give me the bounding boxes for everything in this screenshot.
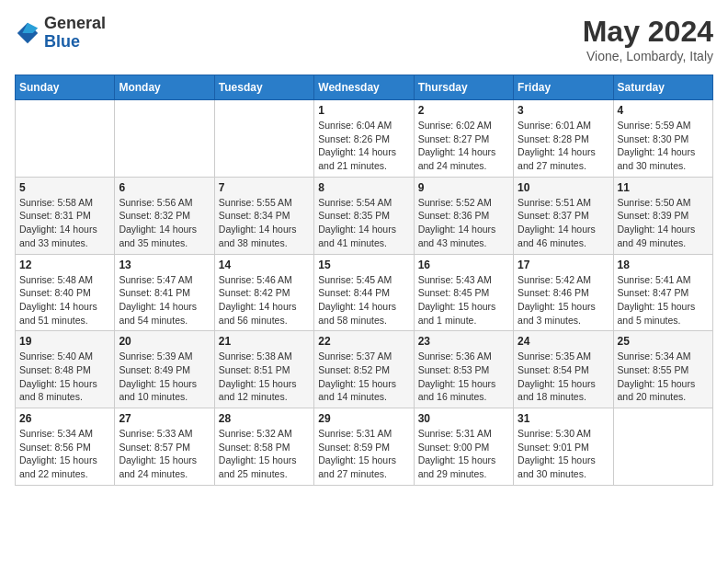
day-number: 26 [19, 412, 110, 425]
day-info: Sunrise: 5:40 AM Sunset: 8:48 PM Dayligh… [19, 350, 110, 404]
day-info: Sunrise: 5:54 AM Sunset: 8:35 PM Dayligh… [318, 196, 409, 250]
day-info: Sunrise: 5:50 AM Sunset: 8:39 PM Dayligh… [618, 196, 709, 250]
calendar-cell: 9Sunrise: 5:52 AM Sunset: 8:36 PM Daylig… [414, 177, 513, 254]
day-number: 10 [518, 181, 609, 194]
day-number: 21 [219, 335, 310, 348]
day-number: 4 [618, 104, 709, 117]
logo: General Blue [15, 15, 106, 52]
calendar-cell: 22Sunrise: 5:37 AM Sunset: 8:52 PM Dayli… [314, 331, 414, 408]
calendar-cell: 1Sunrise: 6:04 AM Sunset: 8:26 PM Daylig… [314, 100, 414, 178]
day-info: Sunrise: 5:36 AM Sunset: 8:53 PM Dayligh… [418, 350, 509, 404]
day-info: Sunrise: 5:39 AM Sunset: 8:49 PM Dayligh… [119, 350, 210, 404]
month-title: May 2024 [583, 15, 713, 49]
day-number: 13 [119, 259, 210, 271]
page-header: General Blue May 2024 Vione, Lombardy, I… [15, 15, 713, 63]
day-number: 28 [219, 412, 310, 425]
day-info: Sunrise: 5:31 AM Sunset: 8:59 PM Dayligh… [318, 427, 409, 481]
calendar-cell: 21Sunrise: 5:38 AM Sunset: 8:51 PM Dayli… [214, 331, 313, 408]
day-number: 20 [119, 335, 210, 348]
calendar: SundayMondayTuesdayWednesdayThursdayFrid… [15, 75, 713, 486]
day-number: 8 [318, 181, 409, 194]
day-of-week-header: Sunday [16, 75, 115, 100]
day-number: 23 [418, 335, 509, 348]
calendar-cell: 2Sunrise: 6:02 AM Sunset: 8:27 PM Daylig… [414, 100, 513, 178]
day-number: 18 [618, 259, 709, 271]
day-number: 19 [19, 335, 110, 348]
day-info: Sunrise: 6:01 AM Sunset: 8:28 PM Dayligh… [518, 119, 609, 173]
day-number: 16 [418, 259, 509, 271]
day-info: Sunrise: 5:33 AM Sunset: 8:57 PM Dayligh… [119, 427, 210, 481]
calendar-cell: 5Sunrise: 5:58 AM Sunset: 8:31 PM Daylig… [16, 177, 115, 254]
title-block: May 2024 Vione, Lombardy, Italy [583, 15, 713, 63]
logo-blue: Blue [44, 32, 80, 51]
day-info: Sunrise: 5:58 AM Sunset: 8:31 PM Dayligh… [19, 196, 110, 250]
day-number: 22 [318, 335, 409, 348]
day-info: Sunrise: 5:45 AM Sunset: 8:44 PM Dayligh… [318, 273, 409, 327]
calendar-cell: 14Sunrise: 5:46 AM Sunset: 8:42 PM Dayli… [214, 254, 313, 331]
calendar-cell: 19Sunrise: 5:40 AM Sunset: 8:48 PM Dayli… [16, 331, 115, 408]
calendar-week-row: 26Sunrise: 5:34 AM Sunset: 8:56 PM Dayli… [16, 408, 713, 486]
day-number: 2 [418, 104, 509, 117]
calendar-cell: 8Sunrise: 5:54 AM Sunset: 8:35 PM Daylig… [314, 177, 414, 254]
calendar-cell: 11Sunrise: 5:50 AM Sunset: 8:39 PM Dayli… [613, 177, 712, 254]
calendar-cell: 4Sunrise: 5:59 AM Sunset: 8:30 PM Daylig… [613, 100, 712, 178]
day-number: 12 [19, 259, 110, 271]
calendar-cell: 12Sunrise: 5:48 AM Sunset: 8:40 PM Dayli… [16, 254, 115, 331]
calendar-week-row: 19Sunrise: 5:40 AM Sunset: 8:48 PM Dayli… [16, 331, 713, 408]
day-of-week-header: Wednesday [314, 75, 414, 100]
day-info: Sunrise: 5:37 AM Sunset: 8:52 PM Dayligh… [318, 350, 409, 404]
day-info: Sunrise: 5:42 AM Sunset: 8:46 PM Dayligh… [518, 273, 609, 327]
day-number: 7 [219, 181, 310, 194]
calendar-cell: 20Sunrise: 5:39 AM Sunset: 8:49 PM Dayli… [115, 331, 214, 408]
calendar-cell: 3Sunrise: 6:01 AM Sunset: 8:28 PM Daylig… [514, 100, 613, 178]
day-of-week-header: Monday [115, 75, 214, 100]
calendar-cell: 27Sunrise: 5:33 AM Sunset: 8:57 PM Dayli… [115, 408, 214, 486]
calendar-cell: 18Sunrise: 5:41 AM Sunset: 8:47 PM Dayli… [613, 254, 712, 331]
day-of-week-header: Friday [514, 75, 613, 100]
calendar-cell [16, 100, 115, 178]
day-number: 31 [518, 412, 609, 425]
calendar-cell: 28Sunrise: 5:32 AM Sunset: 8:58 PM Dayli… [214, 408, 313, 486]
calendar-cell: 23Sunrise: 5:36 AM Sunset: 8:53 PM Dayli… [414, 331, 513, 408]
calendar-cell: 31Sunrise: 5:30 AM Sunset: 9:01 PM Dayli… [514, 408, 613, 486]
calendar-header-row: SundayMondayTuesdayWednesdayThursdayFrid… [16, 75, 713, 100]
day-info: Sunrise: 6:04 AM Sunset: 8:26 PM Dayligh… [318, 119, 409, 173]
calendar-cell: 13Sunrise: 5:47 AM Sunset: 8:41 PM Dayli… [115, 254, 214, 331]
day-info: Sunrise: 5:55 AM Sunset: 8:34 PM Dayligh… [219, 196, 310, 250]
calendar-cell: 6Sunrise: 5:56 AM Sunset: 8:32 PM Daylig… [115, 177, 214, 254]
calendar-cell: 15Sunrise: 5:45 AM Sunset: 8:44 PM Dayli… [314, 254, 414, 331]
calendar-cell: 29Sunrise: 5:31 AM Sunset: 8:59 PM Dayli… [314, 408, 414, 486]
logo-text: General Blue [44, 15, 106, 52]
day-number: 29 [318, 412, 409, 425]
day-info: Sunrise: 5:34 AM Sunset: 8:55 PM Dayligh… [618, 350, 709, 404]
day-of-week-header: Saturday [613, 75, 712, 100]
day-info: Sunrise: 5:38 AM Sunset: 8:51 PM Dayligh… [219, 350, 310, 404]
day-info: Sunrise: 5:43 AM Sunset: 8:45 PM Dayligh… [418, 273, 509, 327]
day-number: 9 [418, 181, 509, 194]
day-info: Sunrise: 5:32 AM Sunset: 8:58 PM Dayligh… [219, 427, 310, 481]
day-number: 3 [518, 104, 609, 117]
day-number: 24 [518, 335, 609, 348]
calendar-cell [115, 100, 214, 178]
day-info: Sunrise: 5:30 AM Sunset: 9:01 PM Dayligh… [518, 427, 609, 481]
day-number: 27 [119, 412, 210, 425]
day-info: Sunrise: 5:52 AM Sunset: 8:36 PM Dayligh… [418, 196, 509, 250]
calendar-cell [613, 408, 712, 486]
calendar-cell: 30Sunrise: 5:31 AM Sunset: 9:00 PM Dayli… [414, 408, 513, 486]
logo-icon [15, 20, 40, 46]
calendar-cell: 16Sunrise: 5:43 AM Sunset: 8:45 PM Dayli… [414, 254, 513, 331]
day-number: 1 [318, 104, 409, 117]
day-of-week-header: Tuesday [214, 75, 313, 100]
day-info: Sunrise: 6:02 AM Sunset: 8:27 PM Dayligh… [418, 119, 509, 173]
day-info: Sunrise: 5:51 AM Sunset: 8:37 PM Dayligh… [518, 196, 609, 250]
day-number: 25 [618, 335, 709, 348]
day-info: Sunrise: 5:48 AM Sunset: 8:40 PM Dayligh… [19, 273, 110, 327]
day-info: Sunrise: 5:35 AM Sunset: 8:54 PM Dayligh… [518, 350, 609, 404]
calendar-cell [214, 100, 313, 178]
calendar-week-row: 5Sunrise: 5:58 AM Sunset: 8:31 PM Daylig… [16, 177, 713, 254]
day-info: Sunrise: 5:59 AM Sunset: 8:30 PM Dayligh… [618, 119, 709, 173]
calendar-cell: 17Sunrise: 5:42 AM Sunset: 8:46 PM Dayli… [514, 254, 613, 331]
day-info: Sunrise: 5:31 AM Sunset: 9:00 PM Dayligh… [418, 427, 509, 481]
calendar-cell: 24Sunrise: 5:35 AM Sunset: 8:54 PM Dayli… [514, 331, 613, 408]
calendar-cell: 7Sunrise: 5:55 AM Sunset: 8:34 PM Daylig… [214, 177, 313, 254]
